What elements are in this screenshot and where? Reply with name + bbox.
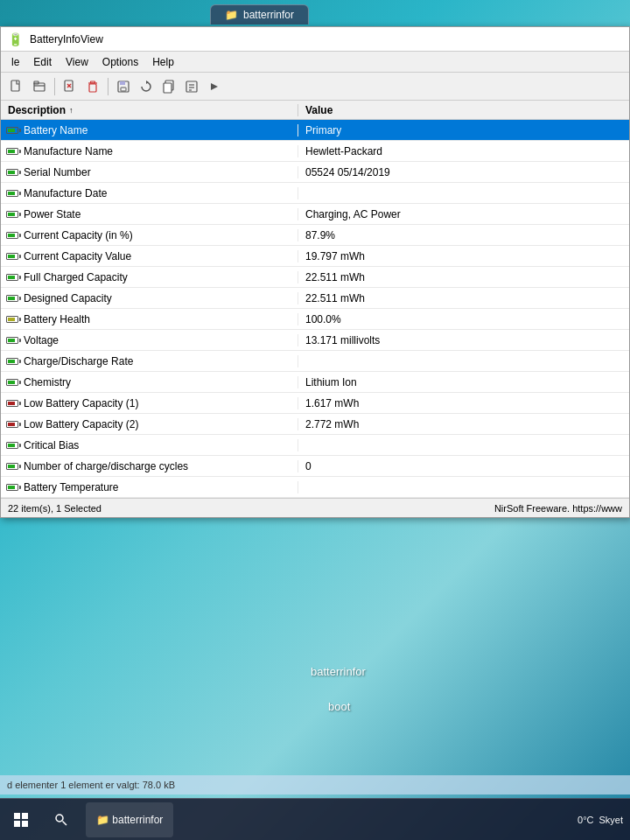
col-description-header[interactable]: Description ↑ <box>1 104 298 116</box>
battery-icon-10 <box>6 337 18 344</box>
row-value: 13.171 millivolts <box>298 334 629 346</box>
table-row[interactable]: Current Capacity Value 19.797 mWh <box>1 246 629 267</box>
row-value: Lithium Ion <box>298 376 629 388</box>
menu-bar: le Edit View Options Help <box>1 52 629 73</box>
row-description: Manufacture Date <box>1 187 298 200</box>
table-row[interactable]: Battery Temperature <box>1 477 629 498</box>
row-value: 1.617 mWh <box>298 397 629 410</box>
tray-label: Skyet <box>598 815 623 825</box>
menu-view[interactable]: View <box>59 54 95 70</box>
taskbar: 📁 batterrinfor 0°C Skyet <box>0 798 630 840</box>
svg-rect-21 <box>22 813 28 819</box>
value-label: Value <box>305 104 332 116</box>
row-description: Number of charge/discharge cycles <box>1 460 298 472</box>
status-right: NirSoft Freeware. https://www <box>494 503 622 514</box>
table-row[interactable]: Manufacture Name Hewlett-Packard <box>1 141 629 162</box>
battery-icon-1 <box>6 148 18 155</box>
window-title: BatteryInfoView <box>30 33 103 46</box>
menu-le[interactable]: le <box>4 54 26 70</box>
toolbar-refresh[interactable] <box>136 76 157 97</box>
row-description: Low Battery Capacity (1) <box>1 397 298 410</box>
table-row[interactable]: Power State Charging, AC Power <box>1 204 629 225</box>
table-row[interactable]: Designed Capacity 22.511 mWh <box>1 288 629 309</box>
row-value: 0 <box>298 460 629 472</box>
toolbar-close[interactable] <box>60 76 80 97</box>
row-value: 100.0% <box>298 313 629 326</box>
search-button[interactable] <box>46 804 77 836</box>
table-row[interactable]: Voltage 13.171 millivolts <box>1 330 629 351</box>
toolbar-delete[interactable] <box>82 76 103 97</box>
row-description: Voltage <box>1 334 298 346</box>
svg-rect-22 <box>14 821 20 827</box>
battery-icon-0 <box>6 127 18 134</box>
taskbar-tray: 0°C Skyet <box>578 815 630 825</box>
folder-tab-label: batterrinfor <box>243 9 294 21</box>
bg-batterrinfor[interactable]: batterrinfor <box>311 665 366 678</box>
toolbar-sep1 <box>54 78 55 95</box>
start-button[interactable] <box>0 799 42 841</box>
file-info-bar: d elementer 1 element er valgt: 78.0 kB <box>0 775 630 794</box>
col-value-header[interactable]: Value <box>298 104 629 116</box>
svg-rect-23 <box>22 821 28 827</box>
bg-boot[interactable]: boot <box>328 700 350 713</box>
row-description: Serial Number <box>1 166 298 178</box>
battery-icon-15 <box>6 442 18 449</box>
battery-icon-17 <box>6 484 18 491</box>
toolbar-sep2 <box>108 78 108 95</box>
table-row[interactable]: Chemistry Lithium Ion <box>1 372 629 393</box>
svg-rect-0 <box>11 80 19 91</box>
table-row[interactable]: Number of charge/discharge cycles 0 <box>1 456 629 477</box>
row-value: 22.511 mWh <box>298 271 629 284</box>
toolbar-open[interactable] <box>29 76 50 97</box>
row-description: Manufacture Name <box>1 145 298 158</box>
row-description: Battery Name <box>1 124 298 136</box>
menu-options[interactable]: Options <box>95 54 145 70</box>
table-row[interactable]: Serial Number 05524 05/14/2019 <box>1 162 629 183</box>
row-value: Charging, AC Power <box>298 208 629 220</box>
row-value: Hewlett-Packard <box>298 145 629 158</box>
menu-help[interactable]: Help <box>145 54 181 70</box>
row-description: Current Capacity (in %) <box>1 229 298 242</box>
taskbar-items: 📁 batterrinfor <box>77 802 578 837</box>
row-value: 87.9% <box>298 229 629 242</box>
row-description: Battery Temperature <box>1 481 298 494</box>
toolbar-arrow[interactable] <box>204 76 225 97</box>
battery-icon-9 <box>6 316 18 323</box>
table-container: Description ↑ Value Battery Name Primary… <box>1 101 629 498</box>
battery-icon-5 <box>6 232 18 239</box>
toolbar-save[interactable] <box>113 76 134 97</box>
battery-icon-14 <box>6 421 18 428</box>
toolbar-properties[interactable] <box>181 76 202 97</box>
table-row[interactable]: Battery Health 100.0% <box>1 309 629 330</box>
svg-rect-20 <box>14 813 20 819</box>
table-header: Description ↑ Value <box>1 101 629 120</box>
taskbar-item-batterrinfor[interactable]: 📁 batterrinfor <box>86 802 173 837</box>
row-description: Critical Bias <box>1 439 298 452</box>
svg-line-25 <box>63 821 67 825</box>
battery-window: 🔋 BatteryInfoView le Edit View Options H… <box>0 26 630 518</box>
table-row[interactable]: Charge/Discharge Rate <box>1 351 629 372</box>
table-row[interactable]: Low Battery Capacity (1) 1.617 mWh <box>1 393 629 414</box>
toolbar-copy[interactable] <box>158 76 179 97</box>
row-description: Full Charged Capacity <box>1 271 298 284</box>
toolbar <box>1 73 629 101</box>
desktop: 📁 batterrinfor 🔋 BatteryInfoView le Edit… <box>0 0 630 840</box>
row-description: Current Capacity Value <box>1 250 298 262</box>
table-row[interactable]: Low Battery Capacity (2) 2.772 mWh <box>1 414 629 435</box>
folder-tab[interactable]: 📁 batterrinfor <box>210 4 309 24</box>
row-value: 2.772 mWh <box>298 418 629 430</box>
table-row[interactable]: Critical Bias <box>1 435 629 456</box>
table-row[interactable]: Battery Name Primary <box>1 120 629 141</box>
status-bar: 22 item(s), 1 Selected NirSoft Freeware.… <box>1 498 629 517</box>
battery-icon-11 <box>6 358 18 365</box>
svg-rect-11 <box>121 88 126 91</box>
toolbar-new[interactable] <box>6 76 27 97</box>
battery-icon-16 <box>6 463 18 470</box>
table-row[interactable]: Manufacture Date <box>1 183 629 204</box>
svg-marker-19 <box>211 83 218 90</box>
table-row[interactable]: Full Charged Capacity 22.511 mWh <box>1 267 629 288</box>
menu-edit[interactable]: Edit <box>26 54 59 70</box>
row-description: Charge/Discharge Rate <box>1 355 298 368</box>
table-row[interactable]: Current Capacity (in %) 87.9% <box>1 225 629 246</box>
svg-rect-8 <box>91 81 95 83</box>
